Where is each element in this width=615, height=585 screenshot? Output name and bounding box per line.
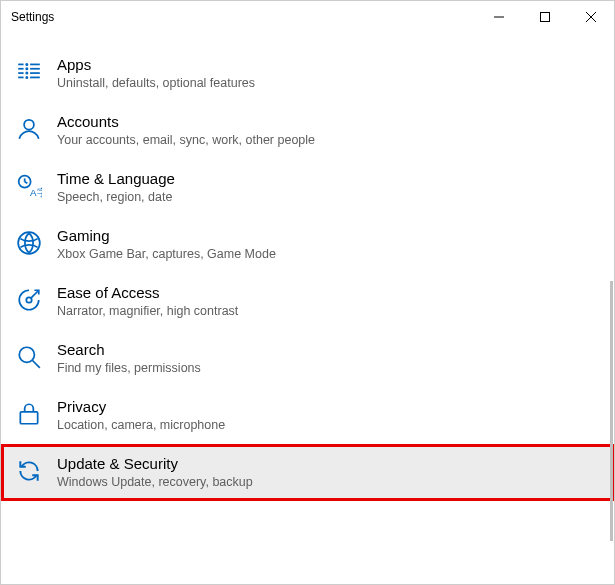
search-icon [15,343,43,371]
row-subtitle: Windows Update, recovery, backup [57,474,253,492]
maximize-button[interactable] [522,1,568,33]
row-subtitle: Uninstall, defaults, optional features [57,75,255,93]
row-subtitle: Narrator, magnifier, high contrast [57,303,238,321]
settings-item-apps[interactable]: Apps Uninstall, defaults, optional featu… [1,45,614,102]
row-subtitle: Xbox Game Bar, captures, Game Mode [57,246,276,264]
svg-rect-1 [541,13,550,22]
row-subtitle: Find my files, permissions [57,360,201,378]
row-title: Gaming [57,226,276,246]
time-language-icon: A字 [15,172,43,200]
row-subtitle: Location, camera, microphone [57,417,225,435]
gaming-icon [15,229,43,257]
svg-point-9 [26,68,27,69]
settings-item-privacy[interactable]: Privacy Location, camera, microphone [1,387,614,444]
update-security-icon [15,457,43,485]
window-title: Settings [11,10,54,24]
settings-item-accounts[interactable]: Accounts Your accounts, email, sync, wor… [1,102,614,159]
svg-text:A字: A字 [30,187,42,198]
row-title: Search [57,340,201,360]
apps-icon [15,58,43,86]
svg-line-19 [25,182,28,184]
svg-rect-26 [20,412,37,424]
minimize-button[interactable] [476,1,522,33]
row-title: Apps [57,55,255,75]
svg-point-24 [19,347,34,362]
settings-item-ease-of-access[interactable]: Ease of Access Narrator, magnifier, high… [1,273,614,330]
settings-item-gaming[interactable]: Gaming Xbox Game Bar, captures, Game Mod… [1,216,614,273]
privacy-icon [15,400,43,428]
settings-list: Apps Uninstall, defaults, optional featu… [1,33,614,501]
row-title: Update & Security [57,454,253,474]
settings-item-update-security[interactable]: Update & Security Windows Update, recove… [1,444,614,501]
row-title: Privacy [57,397,225,417]
settings-item-time-language[interactable]: A字 Time & Language Speech, region, date [1,159,614,216]
svg-point-16 [24,120,34,130]
svg-line-25 [32,360,40,368]
accounts-icon [15,115,43,143]
ease-of-access-icon [15,286,43,314]
row-title: Accounts [57,112,315,132]
titlebar: Settings [1,1,614,33]
row-subtitle: Your accounts, email, sync, work, other … [57,132,315,150]
settings-item-search[interactable]: Search Find my files, permissions [1,330,614,387]
svg-point-21 [18,232,40,254]
svg-point-10 [26,72,27,73]
row-title: Ease of Access [57,283,238,303]
svg-point-8 [26,64,27,65]
close-button[interactable] [568,1,614,33]
row-subtitle: Speech, region, date [57,189,175,207]
row-title: Time & Language [57,169,175,189]
scrollbar[interactable] [610,281,613,541]
window-controls [476,1,614,33]
svg-point-23 [26,297,31,302]
svg-point-11 [26,77,27,78]
svg-line-22 [31,290,39,298]
